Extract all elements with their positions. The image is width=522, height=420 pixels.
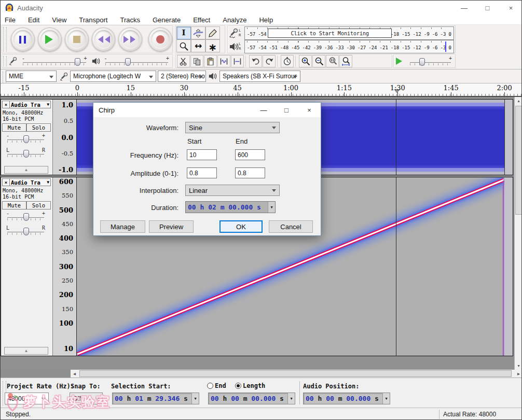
spinner-icon[interactable]: ▼ [191, 393, 199, 404]
menu-view[interactable]: View [52, 16, 66, 24]
zoom-out-button[interactable] [312, 55, 325, 67]
audio-host-select[interactable]: MME [6, 71, 57, 82]
timeline-ruler[interactable]: -1501530451:001:151:301:452:00 [1, 83, 522, 97]
preview-button[interactable]: Preview [149, 220, 194, 233]
recording-device-select[interactable]: Microphone (Logitech W [70, 71, 156, 82]
play-button[interactable] [38, 27, 62, 51]
track2-header[interactable]: × Audio Tra ▼ [2, 178, 51, 186]
frequency-end-input[interactable] [235, 149, 265, 160]
track1-pan-slider[interactable]: L R [6, 147, 45, 159]
spinner-icon[interactable]: ▼ [287, 393, 295, 404]
track1-header[interactable]: × Audio Tra ▼ [2, 101, 51, 108]
sync-lock-button[interactable] [281, 55, 294, 67]
skip-to-start-button[interactable] [92, 27, 116, 51]
manage-button[interactable]: Manage [100, 220, 145, 233]
dialog-minimize-button[interactable]: — [252, 103, 275, 117]
playback-meter[interactable]: -57-54-51-48-45-42-39-36-33-30-27-24-21-… [244, 40, 454, 53]
close-button[interactable]: × [499, 1, 522, 15]
menu-edit[interactable]: Edit [28, 16, 39, 24]
cancel-button[interactable]: Cancel [269, 220, 313, 233]
dialog-maximize-button[interactable]: □ [275, 103, 298, 117]
length-radio[interactable]: Length [235, 382, 265, 389]
end-radio[interactable]: End [207, 382, 226, 389]
zoom-in-button[interactable] [299, 55, 312, 67]
vertical-scrollbar[interactable]: ▴ ▾ [514, 97, 522, 370]
stop-button[interactable] [65, 27, 89, 51]
frequency-start-input[interactable] [187, 149, 217, 160]
copy-button[interactable] [190, 55, 203, 67]
cut-button[interactable] [177, 55, 190, 67]
silence-audio-button[interactable] [231, 55, 244, 67]
dialog-close-button[interactable]: × [298, 103, 321, 117]
scroll-up-button[interactable]: ▴ [515, 97, 522, 105]
track2-pan-slider[interactable]: L R [6, 225, 45, 236]
amplitude-end-input[interactable] [235, 167, 265, 178]
snap-to-select[interactable]: Off [70, 393, 103, 404]
track2-collapse-button[interactable]: ▲ [4, 347, 48, 355]
pause-button[interactable] [11, 27, 35, 51]
monitoring-overlay[interactable]: Click to Start Monitoring [268, 29, 392, 38]
menu-tracks[interactable]: Tracks [120, 16, 140, 24]
track1-mute-button[interactable]: Mute [2, 123, 26, 132]
track2-menu-dropdown-icon[interactable]: ▼ [47, 180, 50, 185]
track1-gain-thumb[interactable] [23, 135, 29, 143]
track1-name[interactable]: Audio Tra [10, 102, 47, 108]
record-button[interactable] [148, 27, 172, 51]
track1-close-button[interactable]: × [3, 101, 10, 108]
track1-solo-button[interactable]: Solo [26, 123, 51, 132]
draw-tool-button[interactable] [205, 26, 220, 39]
menu-help[interactable]: Help [259, 16, 273, 24]
project-rate-select[interactable]: 48000 [5, 393, 49, 404]
horizontal-scrollbar[interactable]: ◂ ▸ [71, 370, 522, 377]
zoom-selection-button[interactable] [326, 55, 339, 67]
paste-button[interactable] [204, 55, 217, 67]
track2-solo-button[interactable]: Solo [26, 201, 51, 209]
redo-button[interactable] [263, 55, 276, 67]
recording-channels-select[interactable]: 2 (Stereo) Reco [158, 71, 206, 82]
scroll-down-button[interactable]: ▾ [515, 362, 522, 370]
selection-length-field[interactable]: 00 h 00 m 00.000 s▼ [208, 393, 295, 404]
dialog-title-bar[interactable]: Chirp — □ × [93, 103, 321, 117]
track1-collapse-button[interactable]: ▲ [4, 166, 48, 174]
spinner-icon[interactable]: ▼ [382, 393, 390, 404]
track2-vruler[interactable]: 60055050045040035030025020015010010 [53, 177, 77, 356]
zoom-fit-button[interactable] [339, 55, 352, 67]
scroll-left-button[interactable]: ◂ [71, 370, 78, 377]
envelope-tool-button[interactable] [191, 26, 205, 39]
menu-effect[interactable]: Effect [193, 16, 210, 24]
minimize-button[interactable]: — [452, 1, 476, 15]
recording-volume-slider[interactable]: - + [22, 55, 87, 67]
amplitude-start-input[interactable] [187, 167, 217, 178]
toolbar-grip[interactable] [3, 56, 7, 66]
track2-close-button[interactable]: × [3, 179, 10, 186]
menu-analyze[interactable]: Analyze [223, 16, 246, 24]
skip-to-end-button[interactable] [118, 27, 142, 51]
interpolation-select[interactable]: Linear [185, 185, 280, 196]
track1-vruler[interactable]: 1.00.50.0-0.5-1.0 [53, 100, 77, 175]
track2-gain-thumb[interactable] [23, 213, 29, 221]
menu-generate[interactable]: Generate [153, 16, 181, 24]
playback-volume-slider[interactable]: - + [104, 55, 170, 67]
menu-file[interactable]: File [5, 16, 16, 24]
scroll-right-button[interactable]: ▸ [515, 370, 522, 377]
ok-button[interactable]: OK [219, 220, 263, 233]
spinner-icon[interactable]: ▼ [268, 202, 275, 213]
waveform-select[interactable]: Sine [185, 122, 280, 133]
multi-tool-button[interactable]: ∗ [205, 39, 220, 52]
audio-position-field[interactable]: 00 h 00 m 00.000 s▼ [303, 393, 390, 404]
zoom-tool-button[interactable] [176, 39, 191, 52]
track2-gain-slider[interactable]: - + [6, 211, 45, 222]
selection-start-field[interactable]: 00 h 01 m 29.346 s▼ [112, 393, 199, 404]
menu-transport[interactable]: Transport [79, 16, 107, 24]
trim-audio-button[interactable] [217, 55, 230, 67]
play-at-speed-button[interactable] [394, 58, 406, 65]
horizontal-scroll-thumb[interactable] [79, 370, 512, 377]
track2-pan-thumb[interactable] [23, 228, 29, 235]
playback-device-select[interactable]: Speakers (SB X-Fi Surrour [219, 71, 300, 82]
record-meter[interactable]: -57-54-51-48-45-42-39-36-33-30-27-24-21-… [244, 26, 454, 40]
playback-speed-thumb[interactable] [419, 58, 425, 66]
duration-field[interactable]: 00 h 02 m 00.000 s▼ [185, 201, 276, 213]
track1-pan-thumb[interactable] [23, 150, 29, 158]
vertical-scroll-thumb[interactable] [515, 106, 522, 215]
selection-tool-button[interactable]: I [176, 26, 191, 39]
